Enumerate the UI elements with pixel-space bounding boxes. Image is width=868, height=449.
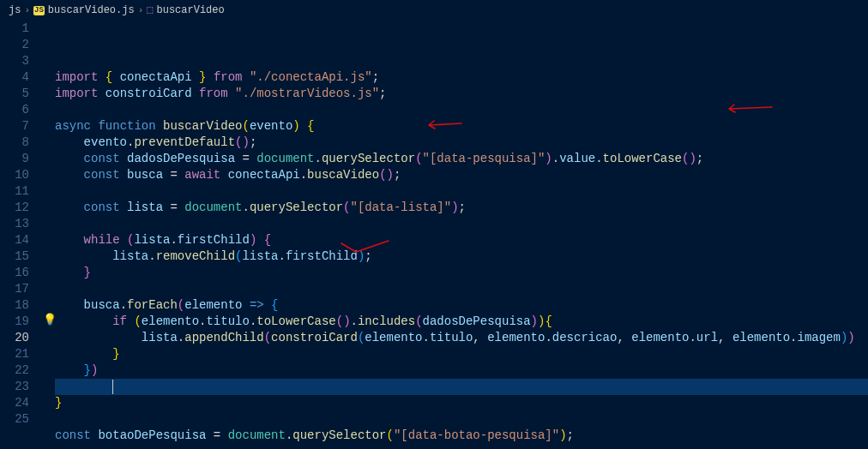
line-number: 6 [0, 102, 29, 118]
line-number: 8 [0, 135, 29, 151]
code-line[interactable]: const lista = document.querySelector("[d… [55, 200, 868, 216]
breadcrumb: js › JS buscarVideo.js › ⬚ buscarVideo [0, 0, 868, 21]
line-number: 23 [0, 379, 29, 395]
code-line[interactable]: }) [55, 362, 868, 379]
code-line[interactable]: lista.appendChild(constroiCard(elemento.… [55, 330, 868, 346]
code-editor[interactable]: 1234567891011121314151617181920212223242… [0, 21, 868, 449]
code-line[interactable]: } [55, 346, 868, 362]
code-area[interactable]: 💡 import { conectaApi } from "./conectaA… [43, 21, 868, 449]
breadcrumb-file[interactable]: buscarVideo.js [48, 3, 135, 19]
code-line[interactable]: const botaoDePesquisa = document.querySe… [55, 428, 868, 444]
line-number-gutter: 1234567891011121314151617181920212223242… [0, 21, 43, 449]
line-number: 25 [0, 411, 29, 428]
code-line[interactable]: while (lista.firstChild) { [55, 232, 868, 248]
code-line[interactable]: import constroiCard from "./mostrarVideo… [55, 86, 868, 102]
code-line[interactable] [55, 183, 868, 200]
code-line[interactable]: } [55, 395, 868, 411]
code-line[interactable]: lista.removeChild(lista.firstChild); [55, 248, 868, 265]
line-number: 14 [0, 232, 29, 248]
line-number: 11 [0, 183, 29, 200]
line-number: 21 [0, 346, 29, 362]
line-number: 2 [0, 37, 29, 53]
code-line[interactable]: if (elemento.titulo.toLowerCase().includ… [55, 314, 868, 330]
js-file-icon: JS [33, 6, 45, 15]
line-number: 13 [0, 216, 29, 232]
code-line[interactable] [55, 411, 868, 428]
line-number: 1 [0, 21, 29, 37]
line-number: 15 [0, 248, 29, 265]
line-number: 18 [0, 297, 29, 314]
line-number: 3 [0, 53, 29, 69]
chevron-right-icon: › [24, 3, 30, 19]
code-line[interactable] [55, 281, 868, 297]
code-line[interactable] [55, 102, 868, 118]
code-line[interactable]: busca.forEach(elemento => { [55, 297, 868, 314]
code-line[interactable]: import { conectaApi } from "./conectaApi… [55, 69, 868, 86]
line-number: 4 [0, 69, 29, 86]
line-number: 5 [0, 86, 29, 102]
line-number: 19 [0, 314, 29, 330]
line-number: 10 [0, 167, 29, 183]
code-line[interactable] [55, 216, 868, 232]
line-number: 17 [0, 281, 29, 297]
text-cursor [112, 380, 113, 394]
method-icon: ⬚ [147, 3, 153, 19]
breadcrumb-symbol[interactable]: buscarVideo [157, 3, 225, 19]
line-number: 24 [0, 395, 29, 411]
code-line[interactable]: const dadosDePesquisa = document.querySe… [55, 151, 868, 167]
line-number: 7 [0, 118, 29, 135]
code-line[interactable] [55, 444, 868, 449]
code-line[interactable]: async function buscarVideo(evento) { [55, 118, 868, 135]
line-number: 22 [0, 362, 29, 379]
code-line[interactable]: } [55, 265, 868, 281]
line-number: 12 [0, 200, 29, 216]
line-number: 16 [0, 265, 29, 281]
line-number: 9 [0, 151, 29, 167]
breadcrumb-folder[interactable]: js [9, 3, 21, 19]
code-line[interactable] [55, 379, 868, 395]
chevron-right-icon: › [138, 3, 144, 19]
code-line[interactable]: const busca = await conectaApi.buscaVide… [55, 167, 868, 183]
code-line[interactable]: evento.preventDefault(); [55, 135, 868, 151]
line-number: 20 [0, 330, 29, 346]
